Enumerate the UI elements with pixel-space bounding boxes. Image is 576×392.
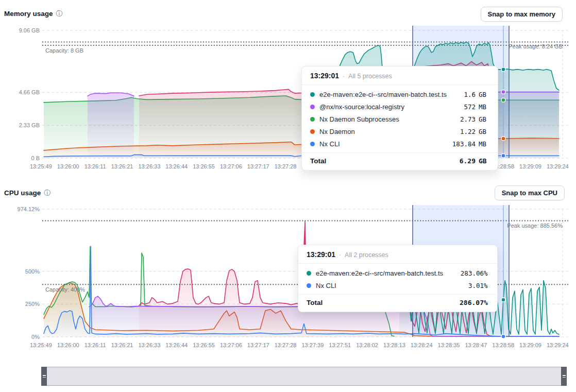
brush-handle-right[interactable] bbox=[561, 367, 567, 386]
x-axis-label: 13:28:13 bbox=[383, 342, 405, 348]
peak-usage-label: Peak usage: 885.56% bbox=[507, 223, 563, 229]
capacity-label: Capacity: 8 GB bbox=[45, 47, 83, 54]
process-value: 1.6GB bbox=[464, 91, 489, 98]
y-axis-label: 0 B bbox=[2, 155, 40, 161]
x-axis-label: 13:26:00 bbox=[57, 163, 79, 169]
tooltip-separator: · bbox=[343, 73, 345, 80]
memory-title-text: Memory usage bbox=[4, 10, 53, 18]
x-axis-label: 13:27:39 bbox=[301, 342, 324, 348]
series-color-dot-icon bbox=[310, 129, 315, 134]
tooltip-process-row: e2e-maven:e2e-ci--src/maven-batch.test.t… bbox=[298, 267, 497, 279]
x-axis-label: 13:27:28 bbox=[275, 163, 297, 169]
capacity-label: Capacity: 400% bbox=[45, 286, 85, 293]
x-axis-label: 13:26:11 bbox=[84, 163, 106, 169]
process-name: Nx Daemon Subprocesses bbox=[319, 115, 455, 123]
hover-dot bbox=[501, 67, 505, 72]
tooltip-process-row: Nx Daemon Subprocesses2.73GB bbox=[302, 113, 498, 125]
hover-dot bbox=[501, 137, 505, 141]
series-color-dot-icon bbox=[310, 117, 315, 122]
memory-section-title: Memory usage ⓘ bbox=[4, 10, 63, 18]
x-axis-label: 13:26:44 bbox=[165, 342, 188, 348]
tooltip-total-row: Total 6.29GB bbox=[302, 152, 498, 170]
tooltip-rows: e2e-maven:e2e-ci--src/maven-batch.test.t… bbox=[298, 264, 497, 294]
hover-dot bbox=[501, 98, 505, 102]
charts-canvas bbox=[0, 0, 576, 392]
cpu-title-text: CPU usage bbox=[4, 189, 41, 197]
series-color-dot-icon bbox=[310, 105, 315, 109]
x-axis-label: 13:28:24 bbox=[411, 342, 433, 348]
x-axis-label: 13:28:47 bbox=[465, 342, 487, 348]
x-axis-label: 13:26:55 bbox=[193, 163, 215, 169]
x-axis-label: 13:27:17 bbox=[247, 163, 269, 169]
tooltip-total-label: Total bbox=[310, 157, 326, 165]
process-value: 283.06% bbox=[461, 269, 489, 277]
process-profiler-page: { "header": { "memory_title": "Memory us… bbox=[0, 0, 576, 392]
x-axis-label: 13:28:58 bbox=[492, 342, 514, 348]
process-value: 3.01% bbox=[468, 282, 489, 289]
hover-dot bbox=[501, 334, 505, 338]
cpu-tooltip: 13:29:01 · All 2 processes e2e-maven:e2e… bbox=[298, 245, 498, 312]
x-axis-label: 13:26:21 bbox=[111, 342, 133, 348]
brush-handle-left[interactable] bbox=[41, 367, 47, 386]
tooltip-total-label: Total bbox=[307, 299, 323, 306]
tooltip-process-row: Nx Daemon1.22GB bbox=[302, 125, 498, 138]
x-axis-label: 13:28:35 bbox=[438, 342, 460, 348]
y-axis-label: 2.33 GB bbox=[2, 122, 40, 128]
process-name: Nx CLI bbox=[319, 140, 448, 148]
x-axis-label: 13:29:24 bbox=[547, 342, 569, 348]
x-axis-label: 13:28:02 bbox=[356, 342, 378, 348]
info-icon[interactable]: ⓘ bbox=[44, 190, 50, 196]
x-axis-label: 13:26:55 bbox=[193, 342, 215, 348]
series-area-3 bbox=[88, 93, 134, 158]
memory-tooltip: 13:29:01 · All 5 processes e2e-maven:e2e… bbox=[301, 66, 498, 171]
snap-to-max-memory-button[interactable]: Snap to max memory bbox=[481, 7, 563, 22]
hover-dot bbox=[501, 298, 505, 302]
process-value: 572MB bbox=[464, 103, 489, 111]
series-color-dot-icon bbox=[307, 271, 311, 276]
x-axis-label: 13:26:44 bbox=[165, 163, 188, 169]
tooltip-total-value: 6.29GB bbox=[460, 157, 489, 165]
grip-icon bbox=[563, 377, 566, 378]
y-axis-label: 0% bbox=[2, 334, 40, 340]
x-axis-label: 13:29:09 bbox=[519, 163, 541, 169]
series-color-dot-icon bbox=[307, 283, 311, 288]
x-axis-label: 13:25:49 bbox=[30, 163, 52, 169]
process-value: 2.73GB bbox=[460, 115, 489, 123]
tooltip-separator: · bbox=[339, 251, 341, 259]
y-axis-label: 974.12% bbox=[2, 206, 40, 212]
x-axis-label: 13:26:11 bbox=[84, 342, 106, 348]
tooltip-header: 13:29:01 · All 2 processes bbox=[298, 245, 497, 264]
y-axis-label: 9.06 GB bbox=[2, 27, 40, 33]
grip-icon bbox=[563, 375, 566, 376]
tooltip-total-row: Total 286.07% bbox=[298, 294, 497, 312]
tooltip-rows: e2e-maven:e2e-ci--src/maven-batch.test.t… bbox=[302, 85, 498, 152]
x-axis-label: 13:26:00 bbox=[57, 342, 79, 348]
x-axis-label: 13:27:17 bbox=[247, 342, 269, 348]
snap-to-max-cpu-button[interactable]: Snap to max CPU bbox=[495, 185, 565, 200]
cpu-x-axis: 13:25:4913:26:0013:26:1113:26:2113:26:33… bbox=[30, 342, 569, 348]
y-axis-label: 500% bbox=[2, 268, 40, 275]
info-icon[interactable]: ⓘ bbox=[56, 10, 63, 17]
tooltip-subtitle: All 2 processes bbox=[345, 251, 388, 259]
x-axis-label: 13:26:33 bbox=[139, 163, 161, 169]
x-axis-label: 13:29:09 bbox=[519, 342, 541, 348]
x-axis-label: 13:29:24 bbox=[547, 163, 569, 169]
tooltip-process-row: e2e-maven:e2e-ci--src/maven-batch.test.t… bbox=[302, 88, 498, 100]
tooltip-process-row: Nx CLI183.84MB bbox=[302, 138, 498, 150]
y-axis-label: 250% bbox=[2, 301, 40, 307]
x-axis-label: 13:27:51 bbox=[329, 342, 351, 348]
tooltip-total-value: 286.07% bbox=[460, 299, 489, 306]
grip-icon bbox=[43, 377, 46, 378]
tooltip-time: 13:29:01 bbox=[310, 72, 339, 80]
y-axis-label: 4.66 GB bbox=[2, 89, 40, 95]
tooltip-process-row: @nx/nx-source:local-registry572MB bbox=[302, 100, 498, 113]
tooltip-process-row: Nx CLI3.01% bbox=[298, 279, 497, 292]
hover-dot bbox=[501, 90, 505, 94]
tooltip-header: 13:29:01 · All 5 processes bbox=[302, 66, 498, 85]
tooltip-subtitle: All 5 processes bbox=[348, 73, 392, 80]
grip-icon bbox=[43, 375, 46, 376]
hover-dot bbox=[501, 154, 505, 158]
x-axis-label: 13:27:28 bbox=[275, 342, 297, 348]
x-axis-label: 13:25:49 bbox=[30, 342, 52, 348]
timeline-brush[interactable] bbox=[41, 367, 567, 386]
